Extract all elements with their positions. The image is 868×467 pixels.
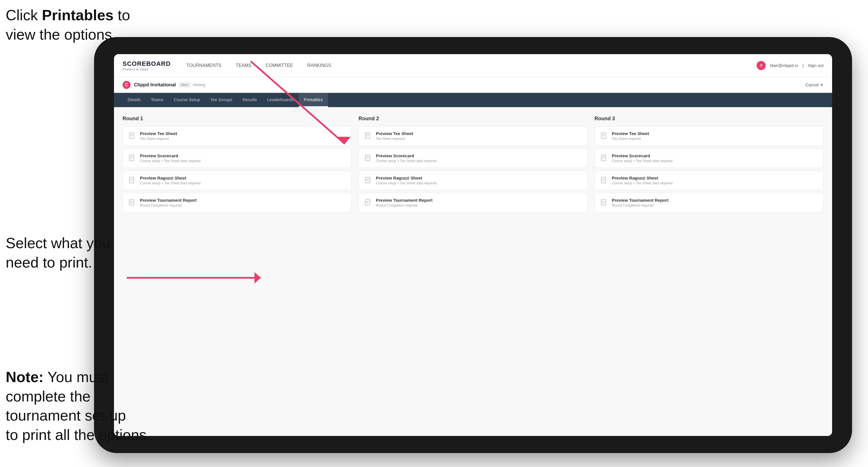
round1-tee-sheet-title: Preview Tee Sheet — [140, 131, 177, 136]
doc-icon — [128, 154, 136, 163]
tab-results[interactable]: Results — [237, 93, 262, 107]
user-email: blair@clippd.io — [770, 63, 798, 68]
sign-out-link[interactable]: Sign out — [808, 63, 824, 68]
round3-tournament-report-subtitle: Round Completion required — [612, 204, 669, 208]
svg-rect-42 — [601, 177, 606, 183]
doc-icon — [600, 132, 608, 141]
top-nav: SCOREBOARD Powered by clippd TOURNAMENTS… — [114, 54, 832, 77]
svg-rect-30 — [365, 199, 370, 205]
annotation-middle: Select what youneed to print. — [6, 234, 110, 272]
tab-tee-groups[interactable]: Tee Groups — [205, 93, 238, 107]
round2-tournament-report-card[interactable]: Preview Tournament Report Round Completi… — [359, 193, 588, 212]
round3-raguzzi-title: Preview Raguzzi Sheet — [612, 176, 673, 180]
round1-tournament-report-card[interactable]: Preview Tournament Report Round Completi… — [123, 193, 352, 212]
tournament-bar: C Clippd Invitational Men Hosting Cancel… — [114, 77, 832, 93]
svg-rect-10 — [129, 177, 134, 183]
svg-rect-26 — [365, 177, 370, 183]
round2-scorecard-card[interactable]: Preview Scorecard Course setup + Tee She… — [359, 149, 588, 168]
round2-tee-sheet-subtitle: Tee Sheet required — [376, 137, 413, 141]
svg-rect-38 — [601, 155, 606, 161]
scoreboard-logo: SCOREBOARD Powered by clippd — [123, 60, 171, 71]
round3-tee-sheet-card[interactable]: Preview Tee Sheet Tee Sheet required — [594, 126, 824, 146]
round2-tee-sheet-title: Preview Tee Sheet — [376, 131, 413, 136]
svg-rect-34 — [601, 133, 606, 138]
round2-tee-sheet-card[interactable]: Preview Tee Sheet Tee Sheet required — [359, 126, 588, 146]
round1-scorecard-title: Preview Scorecard — [140, 153, 200, 158]
round1-raguzzi-title: Preview Raguzzi Sheet — [140, 176, 200, 180]
round-3-section: Round 3 Preview Tee Sheet Tee Sheet requ… — [594, 116, 824, 212]
round-3-title: Round 3 — [594, 116, 824, 122]
nav-committee[interactable]: COMMITTEE — [264, 63, 294, 68]
round-2-section: Round 2 Preview Tee Sheet Tee Sheet requ… — [359, 116, 588, 212]
round3-scorecard-title: Preview Scorecard — [612, 153, 673, 158]
logo-sub: Powered by clippd — [123, 67, 171, 71]
tournament-logo: C — [123, 81, 130, 89]
round1-raguzzi-card[interactable]: Preview Raguzzi Sheet Course setup + Tee… — [123, 171, 352, 190]
doc-icon — [364, 198, 372, 208]
round1-scorecard-card[interactable]: Preview Scorecard Course setup + Tee She… — [123, 149, 352, 168]
tab-teams[interactable]: Teams — [146, 93, 169, 107]
svg-rect-22 — [365, 155, 370, 161]
doc-icon — [600, 154, 608, 163]
round-3-cards: Preview Tee Sheet Tee Sheet required Pre… — [594, 126, 824, 212]
annotation-bottom: Note: You mustcomplete thetournament set… — [6, 368, 151, 444]
tab-leaderboards[interactable]: Leaderboards — [262, 93, 299, 107]
svg-rect-14 — [129, 199, 134, 205]
svg-rect-2 — [129, 133, 134, 138]
svg-rect-18 — [365, 133, 370, 138]
round2-raguzzi-subtitle: Course setup + Tee Sheet data required — [376, 181, 437, 185]
annotation-top: Click Printables toview the options. — [6, 6, 130, 44]
round2-raguzzi-title: Preview Raguzzi Sheet — [376, 176, 437, 180]
tab-details[interactable]: Details — [123, 93, 146, 107]
round3-tee-sheet-title: Preview Tee Sheet — [612, 131, 649, 136]
round3-scorecard-card[interactable]: Preview Scorecard Course setup + Tee She… — [594, 149, 824, 168]
round2-raguzzi-card[interactable]: Preview Raguzzi Sheet Course setup + Tee… — [359, 171, 588, 190]
main-content: Round 1 Preview Tee Sheet Tee Sheet requ… — [114, 107, 832, 436]
tablet-device: SCOREBOARD Powered by clippd TOURNAMENTS… — [94, 37, 852, 453]
doc-icon — [364, 132, 372, 141]
tab-course-setup[interactable]: Course Setup — [169, 93, 205, 107]
round3-scorecard-subtitle: Course setup + Tee Sheet data required — [612, 159, 673, 163]
top-nav-links: TOURNAMENTS TEAMS COMMITTEE RANKINGS — [185, 63, 757, 68]
round1-raguzzi-subtitle: Course setup + Tee Sheet data required — [140, 181, 200, 185]
nav-tournaments[interactable]: TOURNAMENTS — [185, 63, 223, 68]
doc-icon — [128, 132, 136, 141]
round1-tee-sheet-subtitle: Tee Sheet required — [140, 137, 177, 141]
doc-icon — [600, 198, 608, 208]
nav-teams[interactable]: TEAMS — [234, 63, 253, 68]
round3-tournament-report-card[interactable]: Preview Tournament Report Round Completi… — [594, 193, 824, 212]
round3-raguzzi-subtitle: Course setup + Tee Sheet data required — [612, 181, 673, 185]
tab-printables[interactable]: Printables — [299, 93, 328, 107]
round-1-cards: Preview Tee Sheet Tee Sheet required Pre… — [123, 126, 352, 212]
svg-rect-46 — [601, 199, 606, 205]
round1-tee-sheet-card[interactable]: Preview Tee Sheet Tee Sheet required — [123, 126, 352, 146]
logo-main: SCOREBOARD — [123, 60, 171, 67]
round-1-section: Round 1 Preview Tee Sheet Tee Sheet requ… — [123, 116, 352, 212]
tournament-status: Hosting — [193, 83, 206, 87]
round3-tee-sheet-subtitle: Tee Sheet required — [612, 137, 649, 141]
separator: | — [802, 63, 804, 68]
round-2-title: Round 2 — [359, 116, 588, 122]
doc-icon — [128, 176, 136, 185]
nav-rankings[interactable]: RANKINGS — [306, 63, 333, 68]
round2-scorecard-title: Preview Scorecard — [376, 153, 437, 158]
round1-tournament-report-subtitle: Round Completion required — [140, 204, 197, 208]
top-nav-right: B blair@clippd.io | Sign out — [756, 61, 824, 70]
sub-nav: Details Teams Course Setup Tee Groups Re… — [114, 93, 832, 107]
doc-icon — [364, 176, 372, 185]
tournament-tag: Men — [179, 82, 190, 88]
round1-tournament-report-title: Preview Tournament Report — [140, 198, 197, 203]
round2-tournament-report-title: Preview Tournament Report — [376, 198, 433, 203]
tournament-name: Clippd Invitational — [134, 82, 176, 88]
round3-raguzzi-card[interactable]: Preview Raguzzi Sheet Course setup + Tee… — [594, 171, 824, 190]
rounds-grid: Round 1 Preview Tee Sheet Tee Sheet requ… — [123, 116, 824, 212]
doc-icon — [128, 198, 136, 208]
tablet-screen: SCOREBOARD Powered by clippd TOURNAMENTS… — [114, 54, 832, 436]
round-1-title: Round 1 — [123, 116, 352, 122]
doc-icon — [600, 176, 608, 185]
doc-icon — [364, 154, 372, 163]
user-avatar: B — [756, 61, 766, 70]
round-2-cards: Preview Tee Sheet Tee Sheet required Pre… — [359, 126, 588, 212]
round1-scorecard-subtitle: Course setup + Tee Sheet data required — [140, 159, 200, 163]
cancel-button[interactable]: Cancel ✕ — [805, 82, 824, 88]
